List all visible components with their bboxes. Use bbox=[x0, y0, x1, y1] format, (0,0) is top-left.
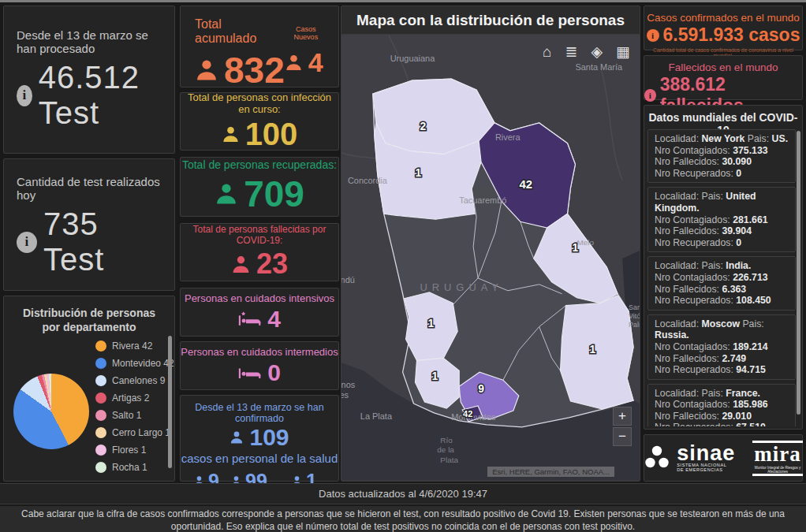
legend-label: Artigas 2 bbox=[112, 392, 149, 404]
home-icon[interactable]: ⌂ bbox=[543, 44, 551, 60]
legend-item: Salto 1 bbox=[95, 407, 165, 424]
intermediate-value: 0 bbox=[267, 359, 281, 386]
recovered-value: 709 bbox=[244, 173, 304, 215]
map-place-label: Rivera bbox=[495, 132, 521, 142]
map-place-label: Santa María bbox=[575, 62, 622, 72]
icu-title: Personas en cuidados intensivos bbox=[185, 292, 334, 304]
entry-line: Nro Recuperados: 0 bbox=[655, 237, 789, 249]
person-icon bbox=[229, 430, 244, 445]
legend-item: Montevideo 42 bbox=[95, 355, 165, 372]
map-place-label: La Plata bbox=[360, 411, 393, 421]
info-icon[interactable]: i bbox=[17, 85, 32, 106]
department-count-marker: 42 bbox=[519, 177, 532, 191]
in-course-value: 100 bbox=[245, 117, 298, 152]
person-icon bbox=[285, 54, 303, 72]
distribution-title: Distribución de personas por departament… bbox=[4, 296, 174, 334]
legend-label: Canelones 9 bbox=[112, 375, 165, 386]
entry-line: Nro Fallecidos: 39.904 bbox=[655, 225, 789, 237]
world-data-entry: Localidad: Pais: France.Nro Contagiados:… bbox=[647, 384, 796, 426]
map-place-label: Paysandú bbox=[341, 275, 355, 285]
map-attribution: Esri, HERE, Garmin, FAO, NOAA... bbox=[487, 467, 614, 477]
health-staff-value: 109 bbox=[249, 424, 289, 451]
health-staff-title: Desde el 13 de marzo se han confirmado bbox=[181, 402, 338, 424]
department-count-marker: 1 bbox=[589, 343, 595, 355]
entry-line: Nro Fallecidos: 6.363 bbox=[655, 284, 789, 296]
disclaimer-text: Cabe aclarar que la cifra de casos confi… bbox=[0, 506, 806, 532]
department-count-marker: 2 bbox=[420, 120, 427, 132]
person-icon bbox=[195, 58, 218, 82]
map-toolbar: ⌂≣◈▦ bbox=[543, 44, 630, 60]
deceased-panel: Total de personas fallecidas por COVID-1… bbox=[180, 223, 339, 281]
legend-swatch bbox=[95, 340, 106, 352]
world-list-scrollbar[interactable] bbox=[797, 131, 800, 415]
entry-line: Nro Recuperados: 67.510 bbox=[655, 422, 789, 426]
world-data-entry: Localidad: New York Pais: US.Nro Contagi… bbox=[647, 129, 796, 183]
zoom-in-button[interactable]: + bbox=[613, 407, 632, 426]
tests-today-panel: Cantidad de test realizados hoy i 735 Te… bbox=[3, 158, 175, 291]
map-place-label: Santa bbox=[629, 303, 640, 311]
entry-locality-line: Localidad: Pais: United Kingdom. bbox=[655, 191, 789, 214]
legend-swatch bbox=[95, 358, 106, 369]
world-cases-title: Casos confirmados en el mundo bbox=[644, 12, 802, 24]
legend-icon[interactable]: ≣ bbox=[565, 44, 578, 60]
world-deaths-title: Fallecidos en el mundo bbox=[644, 61, 802, 73]
department-count-marker: 9 bbox=[478, 382, 484, 395]
map-zoom-controls: + − bbox=[613, 407, 632, 446]
legend-swatch bbox=[95, 410, 106, 421]
map-header: Mapa con la distribución de personas bbox=[341, 6, 640, 35]
department-count-marker: 1 bbox=[573, 241, 579, 254]
tests-today-value: 735 Test bbox=[43, 206, 163, 277]
map-place-label: Uruguaiana bbox=[390, 54, 435, 63]
entry-line: Nro Contagiados: 189.214 bbox=[655, 341, 789, 353]
accumulated-title: Total acumulado bbox=[195, 17, 285, 46]
pie-legend: Rivera 42Montevideo 42Canelones 9Artigas… bbox=[95, 337, 165, 476]
intermediate-title: Personas en cuidados intermedios bbox=[181, 346, 338, 358]
legend-label: Rivera 42 bbox=[112, 340, 152, 352]
sinae-logo: sinae SISTEMA NACIONAL DE EMERGENCIAS bbox=[644, 444, 735, 473]
layers-icon[interactable]: ◈ bbox=[591, 44, 603, 60]
legend-scrollbar[interactable] bbox=[168, 336, 172, 468]
department-count-marker: 1 bbox=[432, 370, 438, 382]
entry-line: Nro Fallecidos: 30.090 bbox=[655, 156, 789, 168]
map-place-label: Montevideo bbox=[451, 412, 496, 422]
map-place-label: Río bbox=[440, 436, 453, 445]
world-cases-value: 6.591.933 casos bbox=[663, 24, 800, 46]
new-cases-block: Casos Nuevos 4 bbox=[285, 17, 327, 79]
deceased-title: Total de personas fallecidas por COVID-1… bbox=[181, 224, 338, 246]
health-staff-caption: casos en personal de la salud bbox=[181, 452, 338, 465]
intermediate-panel: Personas en cuidados intermedios 0 bbox=[180, 341, 339, 390]
legend-item: Canelones 9 bbox=[95, 372, 165, 389]
map-place-label: Tacuarembó bbox=[459, 195, 506, 205]
info-icon[interactable]: i bbox=[644, 89, 656, 102]
uruguay-map-svg[interactable]: UruguaianaSanta MaríaRiveraConcordiaTacu… bbox=[341, 35, 640, 481]
legend-swatch bbox=[95, 392, 106, 404]
icu-panel: Personas en cuidados intensivos 4 bbox=[180, 288, 339, 337]
recovered-panel: Total de personas recuperadas: 709 bbox=[180, 157, 339, 217]
entry-line: Nro Contagiados: 185.986 bbox=[655, 399, 789, 411]
world-deaths-panel: Fallecidos en el mundo i 388.612 falleci… bbox=[644, 55, 803, 100]
entry-line: Nro Contagiados: 375.133 bbox=[655, 145, 789, 157]
tests-today-title: Cantidad de test realizados hoy bbox=[17, 175, 163, 202]
sinae-caption-2: DE EMERGENCIAS bbox=[677, 467, 735, 473]
entry-locality-line: Localidad: New York Pais: US. bbox=[655, 133, 789, 145]
zoom-out-button[interactable]: − bbox=[613, 427, 632, 446]
world-data-list[interactable]: Localidad: New York Pais: US.Nro Contagi… bbox=[647, 129, 796, 426]
icu-value: 4 bbox=[267, 306, 281, 333]
entry-line: Nro Contagiados: 226.713 bbox=[655, 272, 789, 284]
entry-line: Nro Recuperados: 0 bbox=[655, 168, 789, 180]
basemap-icon[interactable]: ▦ bbox=[616, 44, 630, 60]
info-icon[interactable]: i bbox=[647, 29, 659, 42]
map-canvas[interactable]: ⌂≣◈▦ + − Esri, HERE, Garmin, FAO, NOAA..… bbox=[341, 35, 640, 481]
info-icon[interactable]: i bbox=[17, 232, 37, 253]
accumulated-panel: Total acumulado 832 personas confirmadas… bbox=[180, 6, 339, 87]
legend-label: Salto 1 bbox=[112, 410, 141, 421]
legend-swatch bbox=[95, 375, 106, 386]
recovered-title: Total de personas recuperadas: bbox=[182, 158, 337, 171]
department-pie-chart bbox=[13, 374, 89, 449]
tests-processed-title: Desde el 13 de marzo se han procesado bbox=[17, 28, 163, 55]
new-cases-value: 4 bbox=[308, 47, 323, 78]
mira-logo: mira Monitor Integral de Riesgos y Afect… bbox=[752, 441, 802, 476]
tests-processed-value: 46.512 Test bbox=[39, 60, 163, 131]
entry-line: Nro Contagiados: 281.661 bbox=[655, 214, 789, 226]
sinae-logo-text: sinae bbox=[677, 444, 735, 463]
